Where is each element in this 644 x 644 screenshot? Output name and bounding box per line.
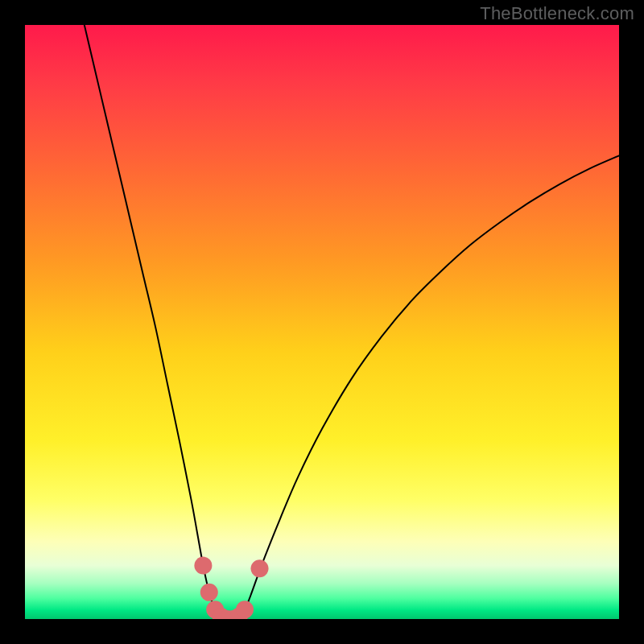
pink-dot-right-1 (236, 601, 254, 618)
pink-dot-right-2 (251, 559, 269, 577)
pink-dot-left-2 (200, 584, 218, 601)
bottleneck-chart (25, 25, 619, 619)
gradient-background (25, 25, 619, 619)
pink-dot-left-1 (194, 557, 212, 575)
outer-frame: TheBottleneck.com (0, 0, 644, 644)
watermark-text: TheBottleneck.com (480, 3, 634, 24)
